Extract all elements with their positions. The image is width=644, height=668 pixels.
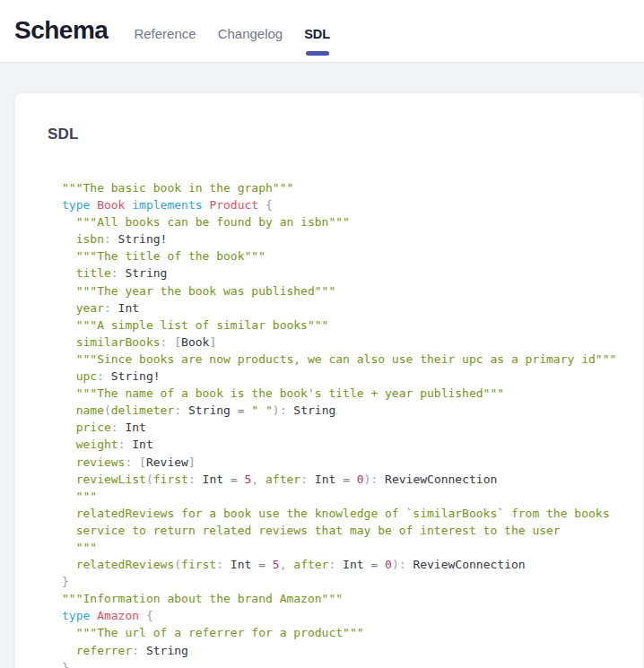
code-line: """Information about the brand Amazon"""	[62, 590, 622, 607]
code-line: name(delimeter: String = " "): String	[62, 402, 622, 419]
code-line: """Since books are now products, we can …	[62, 351, 622, 368]
tab-sdl-label: SDL	[304, 27, 330, 41]
active-tab-indicator	[306, 51, 329, 56]
code-line: """	[62, 488, 622, 505]
code-line: referrer: String	[62, 642, 622, 659]
tab-bar: Reference Changelog SDL	[134, 26, 330, 41]
code-line: upc: String!	[62, 368, 622, 385]
code-line: type Book implements Product {	[62, 196, 622, 213]
tab-changelog[interactable]: Changelog	[218, 26, 283, 41]
code-line: """The title of the book"""	[62, 247, 622, 265]
sdl-code-block: """The basic book in the graph"""type Bo…	[62, 179, 622, 668]
code-line: type Amazon {	[62, 607, 622, 624]
code-line: price: Int	[62, 419, 622, 436]
code-line: """A simple list of similar books"""	[62, 317, 622, 334]
code-line: """All books can be found by an isbn"""	[62, 213, 622, 230]
code-line: reviewList(first: Int = 5, after: Int = …	[62, 471, 622, 488]
code-line: service to return related reviews that m…	[62, 522, 622, 539]
card-heading: SDL	[48, 126, 622, 143]
page-title: Schema	[14, 16, 108, 45]
tab-sdl[interactable]: SDL	[304, 27, 330, 41]
page-content: SDL """The basic book in the graph"""typ…	[0, 63, 644, 668]
code-line: weight: Int	[62, 436, 622, 453]
code-line: relatedReviews for a book use the knowle…	[62, 505, 622, 522]
code-line: """The url of a referrer for a product""…	[62, 624, 622, 641]
code-line: }	[62, 659, 622, 668]
code-line: title: String	[62, 265, 622, 282]
code-line: year: Int	[62, 299, 622, 317]
code-line: """The basic book in the graph"""	[62, 179, 622, 196]
code-line: }	[62, 573, 622, 590]
code-line: """The year the book was published"""	[62, 282, 622, 299]
code-line: """	[62, 539, 622, 556]
sdl-card: SDL """The basic book in the graph"""typ…	[14, 92, 644, 668]
code-line: similarBooks: [Book]	[62, 334, 622, 351]
code-line: relatedReviews(first: Int = 5, after: In…	[62, 556, 622, 573]
code-line: reviews: [Review]	[62, 454, 622, 471]
header: Schema Reference Changelog SDL	[0, 0, 644, 63]
code-line: """The name of a book is the book's titl…	[62, 385, 622, 402]
code-line: isbn: String!	[62, 230, 622, 247]
tab-reference[interactable]: Reference	[134, 26, 196, 41]
